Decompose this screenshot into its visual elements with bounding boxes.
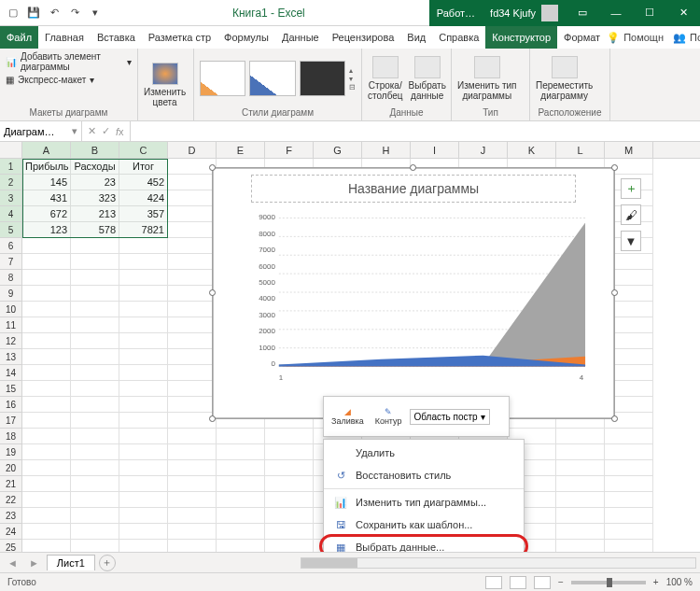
cell[interactable] [217, 476, 265, 492]
save-icon[interactable]: 💾 [26, 6, 41, 21]
row-header[interactable]: 20 [0, 460, 22, 476]
cell[interactable] [71, 302, 119, 317]
chart-area-dropdown[interactable]: Область постр▾ [410, 409, 490, 425]
row-header[interactable]: 3 [0, 190, 22, 206]
cell[interactable] [119, 444, 168, 460]
cell[interactable] [119, 286, 168, 302]
cell[interactable] [71, 254, 119, 270]
row-header[interactable]: 18 [0, 429, 22, 444]
qat-dropdown-icon[interactable]: ▾ [88, 6, 103, 21]
cell[interactable] [71, 317, 119, 333]
cell[interactable] [22, 349, 71, 365]
cell[interactable]: 145 [22, 175, 71, 190]
cell[interactable] [265, 524, 314, 540]
row-header[interactable]: 5 [0, 222, 22, 238]
context-menu-item[interactable]: Удалить [324, 442, 524, 464]
cell[interactable] [22, 429, 71, 444]
cell[interactable] [168, 492, 217, 508]
row-header[interactable]: 22 [0, 492, 22, 508]
zoom-in-icon[interactable]: + [653, 577, 659, 587]
cell[interactable] [22, 476, 71, 492]
cell[interactable] [168, 238, 217, 254]
row-header[interactable]: 4 [0, 206, 22, 222]
cell[interactable] [22, 492, 71, 508]
row-header[interactable]: 12 [0, 333, 22, 349]
tab-review[interactable]: Рецензирова [326, 26, 401, 49]
fx-icon[interactable]: fx [116, 126, 124, 137]
context-menu-item[interactable]: 🖫Сохранить как шаблон... [324, 514, 524, 536]
tab-help[interactable]: Справка [432, 26, 485, 49]
tab-data[interactable]: Данные [275, 26, 326, 49]
select-all[interactable] [0, 142, 22, 158]
cell[interactable] [605, 492, 653, 508]
maximize-icon[interactable]: ☐ [633, 0, 666, 26]
cell[interactable] [22, 302, 71, 317]
cell[interactable] [22, 413, 71, 429]
row-header[interactable]: 1 [0, 159, 22, 175]
cell[interactable]: 672 [22, 206, 71, 222]
sheet-tab[interactable]: Лист1 [47, 555, 95, 570]
cell[interactable] [168, 222, 217, 238]
row-header[interactable]: 8 [0, 270, 22, 286]
cell[interactable] [22, 524, 71, 540]
undo-icon[interactable]: ↶ [47, 6, 62, 21]
cell[interactable] [168, 317, 217, 333]
move-chart[interactable]: Переместить диаграмму [536, 56, 593, 101]
sheet-nav-prev[interactable]: ◄ [4, 557, 21, 569]
tab-formulas[interactable]: Формулы [217, 26, 275, 49]
row-header[interactable]: 23 [0, 508, 22, 524]
normal-view-icon[interactable] [485, 576, 502, 589]
cell[interactable] [168, 508, 217, 524]
cell[interactable] [168, 302, 217, 317]
cell[interactable] [265, 460, 314, 476]
cell[interactable] [217, 429, 265, 444]
zoom-out-icon[interactable]: − [558, 577, 564, 587]
tell-me[interactable]: 💡Помощн [607, 32, 664, 44]
cell[interactable]: 323 [71, 190, 119, 206]
style-scroll-down[interactable]: ▾ [349, 75, 356, 83]
cell[interactable]: Расходы [71, 159, 119, 175]
cell[interactable]: 452 [119, 175, 168, 190]
cell[interactable] [168, 190, 217, 206]
column-header[interactable]: H [362, 142, 411, 158]
style-scroll-up[interactable]: ▴ [349, 66, 356, 75]
cell[interactable] [22, 333, 71, 349]
cell[interactable] [71, 333, 119, 349]
cancel-icon[interactable]: ✕ [88, 125, 96, 137]
column-header[interactable]: C [119, 142, 168, 158]
minimize-icon[interactable]: — [599, 0, 633, 26]
cell[interactable] [71, 365, 119, 381]
cell[interactable] [168, 397, 217, 413]
select-data[interactable]: Выбрать данные [409, 56, 446, 101]
sheet-nav-next[interactable]: ► [25, 557, 43, 569]
close-icon[interactable]: ✕ [666, 0, 700, 26]
tab-view[interactable]: Вид [400, 26, 432, 49]
cell[interactable] [217, 524, 265, 540]
user-account[interactable]: fd34 Kjufy [483, 0, 566, 26]
context-menu-item[interactable]: 📊Изменить тип диаграммы... [324, 491, 524, 514]
ribbon-display-icon[interactable]: ▭ [566, 0, 599, 26]
cell[interactable] [605, 476, 653, 492]
cell[interactable] [605, 508, 653, 524]
tab-insert[interactable]: Вставка [91, 26, 142, 49]
cell[interactable] [168, 444, 217, 460]
worksheet-grid[interactable]: ABCDEFGHIJKLM 1ПрибыльРасходыИтог2145234… [0, 142, 700, 571]
cell[interactable] [71, 429, 119, 444]
cell[interactable] [168, 254, 217, 270]
cell[interactable] [556, 429, 605, 444]
cell[interactable] [119, 238, 168, 254]
cell[interactable] [22, 254, 71, 270]
cell[interactable] [71, 508, 119, 524]
cell[interactable] [605, 429, 653, 444]
tab-layout[interactable]: Разметка стр [142, 26, 217, 49]
column-header[interactable]: D [168, 142, 217, 158]
name-box[interactable]: Диаграм…▾ [0, 121, 82, 141]
cell[interactable] [605, 444, 653, 460]
row-header[interactable]: 14 [0, 365, 22, 381]
cell[interactable] [71, 476, 119, 492]
cell[interactable] [22, 286, 71, 302]
row-header[interactable]: 17 [0, 413, 22, 429]
column-header[interactable]: G [314, 142, 362, 158]
cell[interactable] [71, 444, 119, 460]
cell[interactable] [168, 524, 217, 540]
